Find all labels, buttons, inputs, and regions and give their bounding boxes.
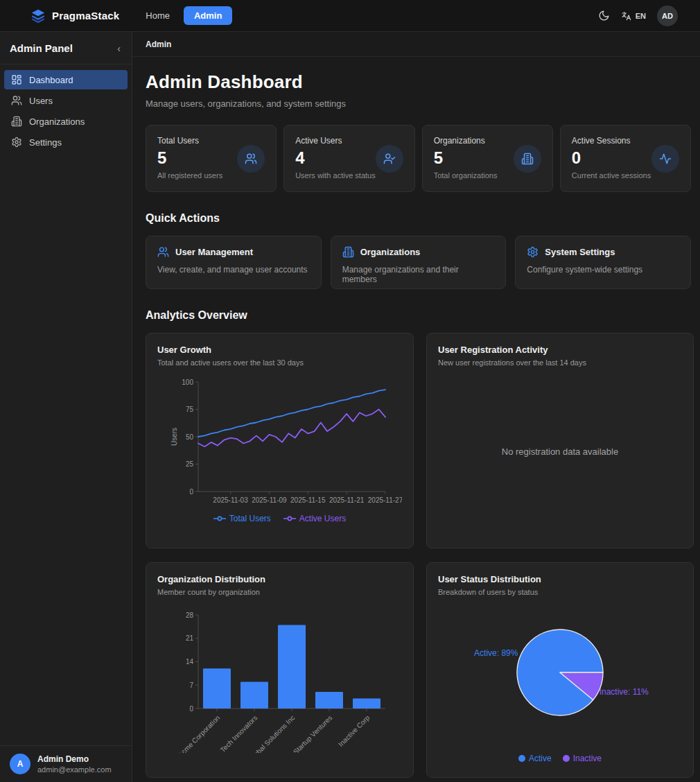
building-icon <box>342 246 354 258</box>
dashboard-icon <box>11 74 22 85</box>
svg-text:7: 7 <box>189 681 193 689</box>
svg-text:28: 28 <box>186 611 194 619</box>
stat-value: 4 <box>295 148 376 168</box>
stat-description: Current active sessions <box>572 171 651 180</box>
stat-value: 5 <box>157 148 222 168</box>
nav-link-home[interactable]: Home <box>140 6 175 25</box>
quick-action-organizations[interactable]: Organizations Manage organizations and t… <box>331 236 507 289</box>
stat-card-total-users: Total Users 5 All registered users <box>146 125 277 192</box>
sidebar-title: Admin Panel <box>10 42 73 54</box>
moon-icon <box>598 10 610 21</box>
user-avatar[interactable]: AD <box>657 6 678 26</box>
analytics-heading: Analytics Overview <box>146 309 691 322</box>
svg-text:2025-11-27: 2025-11-27 <box>368 496 402 504</box>
gear-icon <box>527 246 539 258</box>
quick-actions-heading: Quick Actions <box>146 212 691 225</box>
sidebar-item-dashboard[interactable]: Dashboard <box>4 70 128 89</box>
svg-text:14: 14 <box>186 658 194 666</box>
users-icon <box>157 246 169 258</box>
quick-action-description: Manage organizations and their members <box>342 265 495 284</box>
gear-icon <box>11 137 22 148</box>
stat-description: Users with active status <box>295 171 376 180</box>
stat-value: 5 <box>434 148 498 168</box>
brand-name: PragmaStack <box>52 10 119 21</box>
sidebar-item-users[interactable]: Users <box>4 91 128 110</box>
language-switcher[interactable]: EN <box>621 10 646 21</box>
sidebar-menu: Dashboard Users <box>0 64 132 157</box>
quick-action-description: Configure system-wide settings <box>527 265 679 275</box>
stat-label: Active Sessions <box>572 136 651 146</box>
chart-subtitle: Total and active users over the last 30 … <box>157 358 402 367</box>
main-nav: Home Admin <box>140 6 232 25</box>
stat-card-active-users: Active Users 4 Users with active status <box>283 125 415 192</box>
top-navbar: PragmaStack Home Admin EN AD <box>0 0 700 32</box>
translate-icon <box>621 10 632 21</box>
legend-item-active[interactable]: Active <box>518 754 552 763</box>
svg-text:2025-11-15: 2025-11-15 <box>290 496 326 504</box>
chart-subtitle: New user registrations over the last 14 … <box>438 358 682 367</box>
legend-label: Active <box>529 754 552 763</box>
sidebar-item-settings[interactable]: Settings <box>4 132 128 152</box>
user-growth-line-chart: 0255075100Users2025-11-032025-11-092025-… <box>157 375 402 507</box>
stat-label: Total Users <box>157 136 222 146</box>
stats-grid: Total Users 5 All registered users Activ… <box>146 125 691 192</box>
legend-dot <box>563 755 570 762</box>
theme-toggle-button[interactable] <box>598 10 610 21</box>
svg-text:2025-11-21: 2025-11-21 <box>329 496 365 504</box>
svg-text:Tech Innovators: Tech Innovators <box>219 714 259 753</box>
legend-label: Total Users <box>229 514 271 523</box>
quick-action-system-settings[interactable]: System Settings Configure system-wide se… <box>515 236 691 289</box>
legend-item-total-users[interactable]: Total Users <box>213 514 271 523</box>
users-icon <box>11 95 22 106</box>
stat-description: Total organizations <box>434 171 498 180</box>
svg-text:Startup Ventures: Startup Ventures <box>292 714 333 753</box>
svg-text:Inactive: 11%: Inactive: 11% <box>600 687 649 697</box>
stat-value: 0 <box>572 148 651 168</box>
sidebar-item-label: Dashboard <box>29 75 73 85</box>
sidebar-user-info: A Admin Demo admin@example.com <box>0 745 132 782</box>
stat-description: All registered users <box>157 171 222 180</box>
chart-subtitle: Breakdown of users by status <box>438 588 682 596</box>
building-icon <box>11 116 22 127</box>
sidebar-collapse-button[interactable]: ‹ <box>117 43 121 54</box>
svg-text:21: 21 <box>186 634 194 642</box>
pie-chart-legend: Active Inactive <box>438 754 682 763</box>
quick-action-description: View, create, and manage user accounts <box>157 265 310 275</box>
svg-text:Users: Users <box>170 428 178 446</box>
stat-label: Organizations <box>434 136 498 146</box>
user-name: Admin Demo <box>37 754 112 764</box>
user-growth-card: User Growth Total and active users over … <box>146 333 414 548</box>
svg-text:100: 100 <box>182 379 193 386</box>
stat-card-active-sessions: Active Sessions 0 Current active session… <box>560 125 691 192</box>
nav-link-admin[interactable]: Admin <box>184 6 232 25</box>
user-status-card: User Status Distribution Breakdown of us… <box>426 562 694 778</box>
legend-item-inactive[interactable]: Inactive <box>563 754 602 763</box>
svg-text:Active: 89%: Active: 89% <box>474 648 518 658</box>
legend-dot <box>518 755 525 762</box>
stat-card-organizations: Organizations 5 Total organizations <box>422 125 553 192</box>
user-status-pie-chart: Active: 89%Inactive: 11% <box>438 605 682 738</box>
breadcrumb-bar: Admin <box>132 32 700 57</box>
user-check-icon <box>376 145 403 173</box>
svg-text:50: 50 <box>186 433 194 441</box>
breadcrumb[interactable]: Admin <box>146 40 171 49</box>
legend-label: Active Users <box>299 514 346 523</box>
sidebar: Admin Panel ‹ Dashboard <box>0 32 132 782</box>
stat-label: Active Users <box>295 136 376 146</box>
legend-item-active-users[interactable]: Active Users <box>283 514 346 523</box>
chart-title: User Status Distribution <box>438 574 682 584</box>
user-email: admin@example.com <box>37 765 112 774</box>
quick-action-title: User Management <box>175 247 253 257</box>
brand[interactable]: PragmaStack <box>30 8 119 24</box>
organization-bar-chart: 07142128Acme CorporationTech InnovatorsG… <box>157 605 402 753</box>
chart-title: User Registration Activity <box>438 345 682 355</box>
avatar: A <box>10 754 30 774</box>
activity-icon <box>651 145 679 173</box>
charts-grid: User Growth Total and active users over … <box>146 333 691 778</box>
quick-actions-grid: User Management View, create, and manage… <box>146 236 691 289</box>
users-icon <box>237 145 265 173</box>
quick-action-user-management[interactable]: User Management View, create, and manage… <box>146 236 322 289</box>
page-subtitle: Manage users, organizations, and system … <box>146 98 691 109</box>
sidebar-item-organizations[interactable]: Organizations <box>4 112 128 131</box>
svg-text:Acme Corporation: Acme Corporation <box>177 714 222 753</box>
